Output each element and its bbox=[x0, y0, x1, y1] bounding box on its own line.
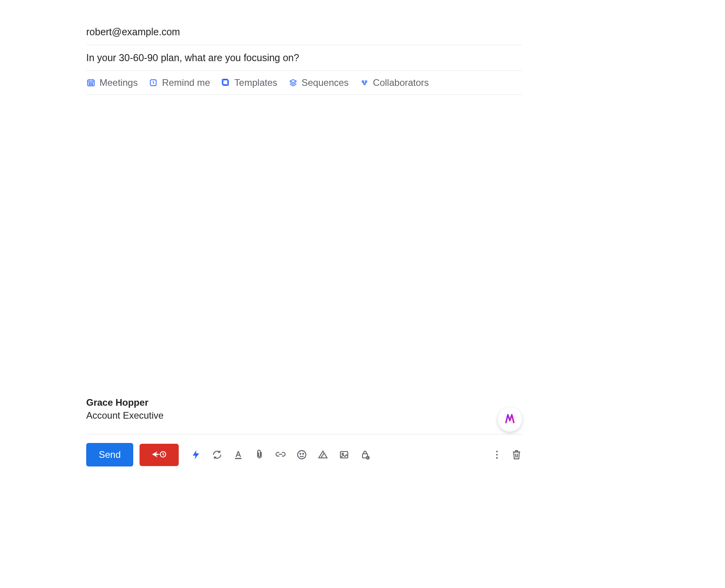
send-later-button[interactable] bbox=[140, 444, 179, 466]
formatting-icons bbox=[190, 449, 371, 460]
trash-icon[interactable] bbox=[511, 449, 522, 460]
bottom-toolbar: Send bbox=[86, 434, 522, 475]
more-options-icon[interactable] bbox=[491, 449, 502, 460]
compose-window: robert@example.com In your 30-60-90 plan… bbox=[86, 22, 522, 475]
extension-badge[interactable] bbox=[498, 407, 522, 432]
subject-value: In your 30-60-90 plan, what are you focu… bbox=[86, 52, 299, 63]
extension-logo-icon bbox=[504, 413, 516, 426]
compose-toolbar: Meetings Remind me Templates Sequences C… bbox=[86, 71, 522, 95]
svg-point-9 bbox=[92, 84, 93, 85]
subject-field[interactable]: In your 30-60-90 plan, what are you focu… bbox=[86, 45, 522, 71]
drive-icon[interactable] bbox=[317, 449, 328, 460]
toolbar-sequences-label: Sequences bbox=[302, 77, 349, 88]
refresh-icon[interactable] bbox=[212, 449, 223, 460]
svg-line-12 bbox=[153, 83, 154, 84]
svg-rect-24 bbox=[235, 458, 241, 459]
right-icons bbox=[491, 449, 522, 460]
svg-marker-15 bbox=[290, 80, 296, 83]
signature-title: Account Executive bbox=[86, 409, 163, 422]
toolbar-collaborators-label: Collaborators bbox=[373, 77, 429, 88]
bolt-icon[interactable] bbox=[190, 449, 201, 460]
toolbar-templates-label: Templates bbox=[234, 77, 277, 88]
svg-line-42 bbox=[517, 454, 518, 457]
svg-point-38 bbox=[496, 451, 498, 452]
svg-point-39 bbox=[496, 454, 498, 456]
template-icon bbox=[221, 78, 230, 87]
svg-point-40 bbox=[496, 457, 498, 459]
send-button[interactable]: Send bbox=[86, 443, 133, 466]
calendar-icon bbox=[86, 78, 96, 87]
svg-point-18 bbox=[363, 83, 365, 85]
send-later-icon bbox=[151, 449, 167, 461]
svg-point-16 bbox=[362, 81, 363, 82]
clock-square-icon bbox=[149, 78, 158, 87]
svg-line-41 bbox=[516, 454, 516, 457]
compose-body[interactable]: Grace Hopper Account Executive bbox=[86, 95, 522, 434]
toolbar-collaborators[interactable]: Collaborators bbox=[360, 77, 429, 88]
svg-point-28 bbox=[303, 454, 303, 454]
toolbar-meetings-label: Meetings bbox=[100, 77, 138, 88]
to-field[interactable]: robert@example.com bbox=[86, 22, 522, 45]
toolbar-sequences[interactable]: Sequences bbox=[288, 77, 349, 88]
layers-icon bbox=[288, 78, 298, 87]
svg-point-4 bbox=[89, 83, 90, 83]
signature-name: Grace Hopper bbox=[86, 396, 163, 409]
link-icon[interactable] bbox=[275, 449, 286, 460]
svg-point-32 bbox=[342, 453, 344, 455]
to-value: robert@example.com bbox=[86, 26, 180, 37]
svg-point-27 bbox=[300, 454, 301, 454]
svg-line-23 bbox=[163, 454, 164, 455]
svg-line-37 bbox=[368, 458, 368, 458]
attachment-icon[interactable] bbox=[254, 449, 265, 460]
people-icon bbox=[360, 78, 369, 87]
emoji-icon[interactable] bbox=[296, 449, 307, 460]
toolbar-templates[interactable]: Templates bbox=[221, 77, 277, 88]
svg-point-8 bbox=[91, 84, 91, 85]
svg-line-20 bbox=[365, 82, 366, 83]
toolbar-remind-label: Remind me bbox=[162, 77, 210, 88]
image-icon[interactable] bbox=[339, 449, 350, 460]
toolbar-meetings[interactable]: Meetings bbox=[86, 77, 138, 88]
svg-point-17 bbox=[365, 81, 366, 82]
text-format-icon[interactable] bbox=[233, 449, 244, 460]
svg-point-26 bbox=[298, 451, 306, 459]
signature-block: Grace Hopper Account Executive bbox=[86, 396, 163, 422]
svg-line-19 bbox=[363, 82, 364, 83]
toolbar-remind[interactable]: Remind me bbox=[149, 77, 210, 88]
svg-point-6 bbox=[92, 83, 93, 83]
confidential-icon[interactable] bbox=[360, 449, 371, 460]
svg-point-5 bbox=[91, 83, 91, 83]
svg-point-7 bbox=[89, 84, 90, 85]
